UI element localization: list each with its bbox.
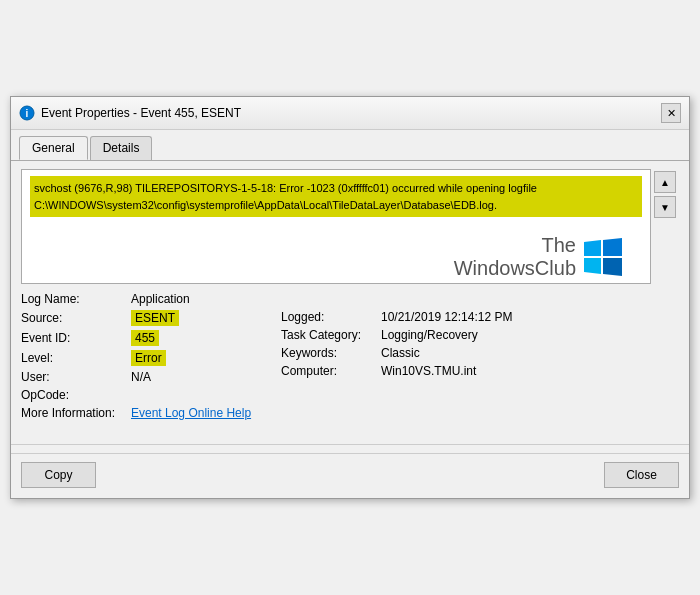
source-row: Source: ESENT [21,308,281,328]
keywords-row: Keywords: Classic [281,344,679,362]
event-id-row: Event ID: 455 [21,328,281,348]
svg-text:i: i [26,108,29,119]
opcode-label: OpCode: [21,388,131,402]
computer-value: Win10VS.TMU.int [381,364,476,378]
source-label: Source: [21,311,131,325]
svg-marker-4 [584,258,601,274]
logged-label: Logged: [281,310,381,324]
watermark-area: The WindowsClub [30,217,642,297]
opcode-row: OpCode: [21,386,281,404]
task-category-row: Task Category: Logging/Recovery [281,326,679,344]
window-icon: i [19,105,35,121]
computer-label: Computer: [281,364,381,378]
more-info-row: More Information: Event Log Online Help [21,404,679,422]
windows-logo-icon [584,238,622,276]
event-log-online-help-link[interactable]: Event Log Online Help [131,406,251,420]
two-col-section: Source: ESENT Event ID: 455 Level: Error… [21,308,679,404]
watermark-line2: WindowsClub [454,257,576,280]
tab-bar: General Details [11,130,689,160]
keywords-label: Keywords: [281,346,381,360]
window-close-button[interactable]: ✕ [661,103,681,123]
event-id-label: Event ID: [21,331,131,345]
event-id-value: 455 [131,330,159,346]
scroll-up-button[interactable]: ▲ [654,171,676,193]
footer-divider [11,444,689,445]
watermark-line1: The [454,234,576,257]
copy-button[interactable]: Copy [21,462,96,488]
computer-row: Computer: Win10VS.TMU.int [281,362,679,380]
user-value: N/A [131,370,151,384]
user-label: User: [21,370,131,384]
event-message-text: svchost (9676,R,98) TILEREPOSITORYS-1-5-… [30,176,642,217]
svg-marker-5 [603,258,622,276]
tab-general[interactable]: General [19,136,88,160]
level-label: Level: [21,351,131,365]
event-properties-window: i Event Properties - Event 455, ESENT ✕ … [10,96,690,499]
task-category-value: Logging/Recovery [381,328,478,342]
logged-value: 10/21/2019 12:14:12 PM [381,310,512,324]
message-scroll-wrapper: svchost (9676,R,98) TILEREPOSITORYS-1-5-… [21,169,679,284]
window-title: Event Properties - Event 455, ESENT [41,106,241,120]
scroll-buttons: ▲ ▼ [651,169,679,284]
level-row: Level: Error [21,348,281,368]
svg-marker-3 [603,238,622,256]
watermark: The WindowsClub [454,234,622,280]
left-column: Source: ESENT Event ID: 455 Level: Error… [21,308,281,404]
content-area: svchost (9676,R,98) TILEREPOSITORYS-1-5-… [11,160,689,436]
message-box: svchost (9676,R,98) TILEREPOSITORYS-1-5-… [21,169,651,284]
level-value: Error [131,350,166,366]
footer-buttons: Copy Close [11,453,689,498]
keywords-value: Classic [381,346,420,360]
task-category-label: Task Category: [281,328,381,342]
user-row: User: N/A [21,368,281,386]
logged-row: Logged: 10/21/2019 12:14:12 PM [281,308,679,326]
source-value: ESENT [131,310,179,326]
right-column: Logged: 10/21/2019 12:14:12 PM Task Cate… [281,308,679,404]
more-info-label: More Information: [21,406,131,420]
event-details-grid: Log Name: Application Source: ESENT Even… [21,284,679,428]
event-message-box: svchost (9676,R,98) TILEREPOSITORYS-1-5-… [21,169,651,284]
scroll-down-button[interactable]: ▼ [654,196,676,218]
svg-marker-2 [584,240,601,256]
title-bar: i Event Properties - Event 455, ESENT ✕ [11,97,689,130]
close-button[interactable]: Close [604,462,679,488]
tab-details[interactable]: Details [90,136,153,160]
